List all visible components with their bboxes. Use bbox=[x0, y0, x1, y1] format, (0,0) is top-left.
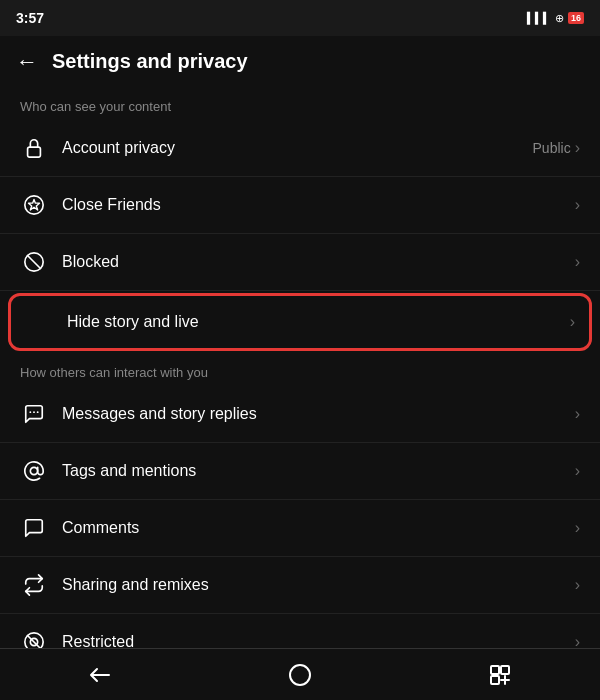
menu-item-account-privacy[interactable]: Account privacy Public › bbox=[0, 120, 600, 177]
account-privacy-value: Public bbox=[533, 140, 571, 156]
page-title: Settings and privacy bbox=[52, 50, 248, 73]
comments-label: Comments bbox=[62, 519, 575, 537]
menu-item-blocked[interactable]: Blocked › bbox=[0, 234, 600, 291]
account-privacy-chevron: › bbox=[575, 139, 580, 157]
menu-item-comments[interactable]: Comments › bbox=[0, 500, 600, 557]
eye-slash-icon bbox=[25, 308, 53, 336]
messages-label: Messages and story replies bbox=[62, 405, 575, 423]
tags-label: Tags and mentions bbox=[62, 462, 575, 480]
battery-badge: 16 bbox=[568, 12, 584, 24]
comments-chevron: › bbox=[575, 519, 580, 537]
menu-item-restricted[interactable]: Restricted › bbox=[0, 614, 600, 648]
nav-back-button[interactable] bbox=[82, 657, 118, 693]
section-header-who-can-see: Who can see your content bbox=[0, 87, 600, 120]
restricted-chevron: › bbox=[575, 633, 580, 648]
sharing-chevron: › bbox=[575, 576, 580, 594]
nav-recent-button[interactable] bbox=[482, 657, 518, 693]
status-time: 3:57 bbox=[16, 10, 44, 26]
tags-chevron: › bbox=[575, 462, 580, 480]
menu-item-hide-story[interactable]: Hide story and live › bbox=[8, 293, 592, 351]
svg-point-8 bbox=[30, 467, 37, 474]
svg-point-6 bbox=[29, 411, 31, 413]
status-icons: ▍▍▍ ⊕ 16 bbox=[527, 12, 584, 25]
svg-point-1 bbox=[25, 196, 43, 214]
blocked-label: Blocked bbox=[62, 253, 575, 271]
menu-item-messages[interactable]: Messages and story replies › bbox=[0, 386, 600, 443]
message-icon bbox=[20, 400, 48, 428]
share-icon bbox=[20, 571, 48, 599]
blocked-chevron: › bbox=[575, 253, 580, 271]
bottom-nav bbox=[0, 648, 600, 700]
comment-icon bbox=[20, 514, 48, 542]
sharing-label: Sharing and remixes bbox=[62, 576, 575, 594]
svg-point-7 bbox=[37, 411, 39, 413]
close-friends-label: Close Friends bbox=[62, 196, 575, 214]
status-bar: 3:57 ▍▍▍ ⊕ 16 bbox=[0, 0, 600, 36]
content: Who can see your content Account privacy… bbox=[0, 87, 600, 648]
svg-rect-18 bbox=[491, 666, 499, 674]
section-how-others-interact: How others can interact with you Message… bbox=[0, 353, 600, 648]
signal-icon: ▍▍▍ bbox=[527, 12, 551, 25]
star-icon bbox=[20, 191, 48, 219]
menu-item-sharing[interactable]: Sharing and remixes › bbox=[0, 557, 600, 614]
at-icon bbox=[20, 457, 48, 485]
close-friends-chevron: › bbox=[575, 196, 580, 214]
screen: ← Settings and privacy Who can see your … bbox=[0, 36, 600, 700]
wifi-icon: ⊕ bbox=[555, 12, 564, 25]
account-privacy-label: Account privacy bbox=[62, 139, 533, 157]
svg-line-4 bbox=[28, 256, 41, 269]
svg-rect-19 bbox=[501, 666, 509, 674]
block-icon bbox=[20, 248, 48, 276]
svg-point-5 bbox=[33, 411, 35, 413]
svg-rect-20 bbox=[491, 676, 499, 684]
section-header-interact: How others can interact with you bbox=[0, 353, 600, 386]
hide-story-chevron: › bbox=[570, 313, 575, 331]
nav-home-button[interactable] bbox=[282, 657, 318, 693]
messages-chevron: › bbox=[575, 405, 580, 423]
lock-icon bbox=[20, 134, 48, 162]
svg-marker-2 bbox=[29, 200, 40, 211]
back-button[interactable]: ← bbox=[16, 51, 38, 73]
restricted-icon bbox=[20, 628, 48, 648]
header: ← Settings and privacy bbox=[0, 36, 600, 87]
hide-story-label: Hide story and live bbox=[67, 313, 570, 331]
section-who-can-see: Who can see your content Account privacy… bbox=[0, 87, 600, 351]
restricted-label: Restricted bbox=[62, 633, 575, 648]
menu-item-close-friends[interactable]: Close Friends › bbox=[0, 177, 600, 234]
menu-item-tags[interactable]: Tags and mentions › bbox=[0, 443, 600, 500]
svg-point-17 bbox=[290, 665, 310, 685]
svg-rect-0 bbox=[28, 147, 41, 157]
